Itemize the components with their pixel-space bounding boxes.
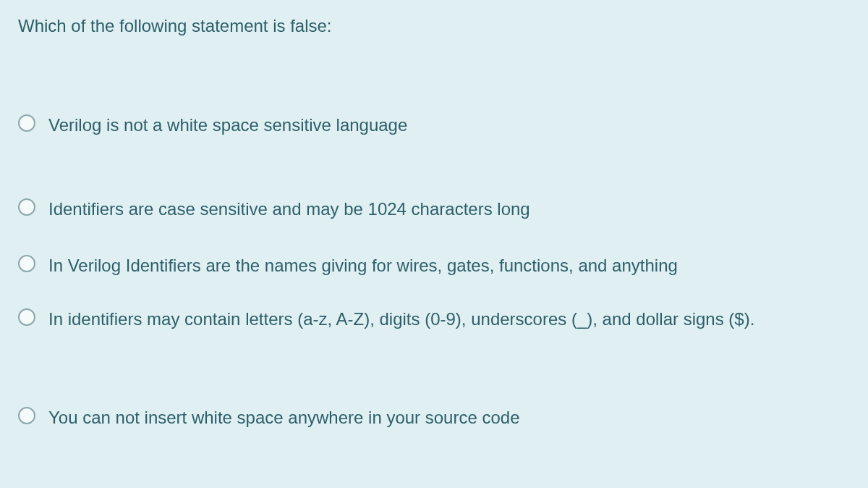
option-row-3: In Verilog Identifiers are the names giv… <box>18 253 850 279</box>
option-label-4: In identifiers may contain letters (a-z,… <box>48 306 754 332</box>
radio-button-3[interactable] <box>18 255 35 272</box>
option-row-2: Identifiers are case sensitive and may b… <box>18 196 850 222</box>
option-label-2: Identifiers are case sensitive and may b… <box>48 196 530 222</box>
option-label-1: Verilog is not a white space sensitive l… <box>48 112 407 138</box>
options-container: Verilog is not a white space sensitive l… <box>18 112 850 431</box>
option-row-1: Verilog is not a white space sensitive l… <box>18 112 850 138</box>
option-label-5: You can not insert white space anywhere … <box>48 405 520 431</box>
question-text: Which of the following statement is fals… <box>18 16 850 36</box>
radio-button-5[interactable] <box>18 407 35 424</box>
option-row-5: You can not insert white space anywhere … <box>18 405 850 431</box>
option-row-4: In identifiers may contain letters (a-z,… <box>18 306 850 332</box>
option-label-3: In Verilog Identifiers are the names giv… <box>48 253 678 279</box>
radio-button-2[interactable] <box>18 198 35 216</box>
radio-button-1[interactable] <box>18 114 35 132</box>
radio-button-4[interactable] <box>18 308 35 326</box>
